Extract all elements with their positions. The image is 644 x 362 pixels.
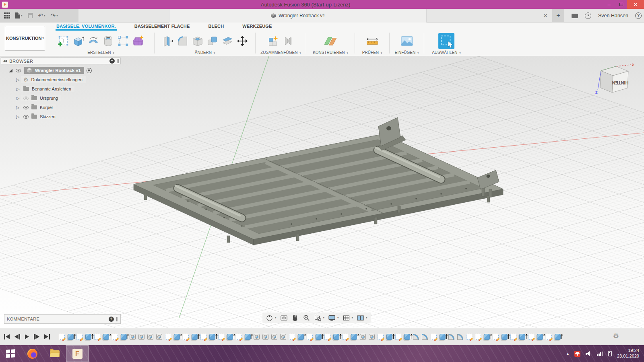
comments-panel[interactable]: KOMMENTARE +	[4, 314, 121, 324]
hole-feature[interactable]	[271, 334, 277, 340]
hole-feature[interactable]	[147, 334, 153, 340]
sketch-feature[interactable]	[236, 334, 242, 340]
extrude-feature[interactable]	[192, 334, 198, 340]
minimize-button[interactable]: –	[603, 0, 615, 9]
hole-feature[interactable]	[369, 334, 375, 340]
expand-closed-icon[interactable]: ▷	[16, 114, 21, 119]
pan-button[interactable]	[291, 314, 299, 322]
user-name[interactable]: Sven Hansen	[598, 13, 628, 19]
extrude-feature[interactable]	[440, 334, 446, 340]
hidden-icons-arrow[interactable]: ▲	[566, 352, 570, 356]
network-signal-icon[interactable]	[597, 352, 603, 356]
sketch-feature[interactable]	[218, 334, 224, 340]
expand-closed-icon[interactable]: ▷	[16, 105, 21, 110]
step-back-button[interactable]	[14, 334, 20, 339]
erstellen-label[interactable]: ERSTELLEN ▾	[87, 50, 114, 55]
move-icon[interactable]	[235, 34, 249, 48]
hole-feature[interactable]	[280, 334, 286, 340]
form-icon[interactable]	[131, 34, 145, 48]
sketch-feature[interactable]	[466, 334, 472, 340]
viewports-button[interactable]: ▾	[357, 314, 367, 322]
hole-feature[interactable]	[360, 334, 366, 340]
tab-basiselement-flaeche[interactable]: BASISELEMENT FLÄCHE	[134, 23, 191, 29]
tab-werkzeuge[interactable]: WERKZEUGE	[242, 23, 272, 29]
split-body-icon[interactable]	[221, 34, 234, 48]
auswaehlen-label[interactable]: AUSWÄHLEN ▾	[432, 50, 461, 55]
browser-item-koerper[interactable]: ▷ Körper	[1, 104, 121, 111]
close-button[interactable]: ✕	[627, 0, 644, 9]
extrude-feature[interactable]	[404, 334, 410, 340]
extrude-feature[interactable]	[351, 334, 357, 340]
extrude-feature[interactable]	[227, 334, 233, 340]
extrude-feature[interactable]	[121, 334, 127, 340]
feedback-bubble-icon[interactable]	[572, 14, 578, 18]
go-to-start-button[interactable]	[4, 334, 10, 339]
sketch-feature[interactable]	[528, 334, 534, 340]
browser-root-row[interactable]: Wrangler Roofrack v1	[1, 67, 121, 74]
redo-button[interactable]: ↷▾	[51, 12, 58, 19]
file-menu-button[interactable]: ▾	[15, 12, 23, 19]
extrude-feature[interactable]	[537, 334, 543, 340]
hole-feature[interactable]	[138, 334, 144, 340]
view-cube[interactable]: HINTEN X Z	[591, 60, 634, 99]
measure-icon[interactable]	[365, 34, 379, 48]
extrude-feature[interactable]	[298, 334, 304, 340]
titlebar[interactable]: F Autodesk Fusion 360 (Start-up-Lizenz) …	[0, 0, 644, 9]
extrude-icon[interactable]	[72, 34, 85, 48]
app-grid-icon[interactable]	[4, 12, 10, 19]
expand-closed-icon[interactable]: ▷	[16, 86, 21, 92]
browser-grip-icon[interactable]	[117, 59, 119, 63]
taskbar-firefox[interactable]	[21, 345, 43, 362]
new-component-icon[interactable]	[266, 34, 280, 48]
sketch-feature[interactable]	[546, 334, 552, 340]
extrude-feature[interactable]	[209, 334, 215, 340]
sketch-feature[interactable]	[94, 334, 100, 340]
zusammenfuegen-label[interactable]: ZUSAMMENFÜGEN ▾	[260, 50, 301, 55]
revolve-icon[interactable]	[87, 34, 100, 48]
extrude-feature[interactable]	[519, 334, 525, 340]
display-settings-button[interactable]: ▾	[328, 314, 339, 322]
sketch-feature[interactable]	[510, 334, 516, 340]
sketch-feature[interactable]	[200, 334, 206, 340]
comments-grip-icon[interactable]	[116, 317, 118, 321]
extrude-feature[interactable]	[68, 334, 74, 340]
document-tab[interactable]: Wrangler Roofrack v1	[169, 9, 427, 23]
fillet-feature[interactable]	[413, 334, 419, 340]
new-tab-button[interactable]: +	[552, 9, 564, 23]
visibility-eye-off-icon[interactable]	[23, 97, 29, 100]
construction-plane-icon[interactable]	[324, 34, 337, 48]
tab-basiselement-volumenkoerper[interactable]: BASISELE. VOLUMENKÖR.	[56, 23, 117, 31]
visibility-eye-icon[interactable]	[16, 69, 21, 72]
select-icon[interactable]	[438, 32, 455, 50]
taskbar-fusion360[interactable]: F	[66, 345, 89, 362]
einfuegen-label[interactable]: EINFÜGEN ▾	[395, 50, 419, 55]
konstruieren-label[interactable]: KONSTRUIEREN ▾	[313, 50, 348, 55]
sketch-feature[interactable]	[493, 334, 499, 340]
extrude-feature[interactable]	[386, 334, 392, 340]
browser-item-benannte-ansichten[interactable]: ▷ Benannte Ansichten	[1, 86, 121, 92]
browser-item-dokumenteneinstellungen[interactable]: ▷ ⚙Dokumenteneinstellungen	[1, 76, 121, 83]
add-comment-icon[interactable]: +	[109, 317, 114, 322]
extrude-feature[interactable]	[174, 334, 180, 340]
hole-feature[interactable]	[156, 334, 162, 340]
expand-closed-icon[interactable]: ▷	[16, 77, 21, 82]
fillet-icon[interactable]	[176, 34, 190, 48]
collapse-browser-icon[interactable]: ◀◀	[3, 59, 6, 63]
sketch-feature[interactable]	[165, 334, 171, 340]
hole-feature[interactable]	[254, 334, 260, 340]
create-sketch-icon[interactable]	[57, 34, 70, 48]
sketch-feature[interactable]	[475, 334, 481, 340]
step-forward-button[interactable]	[34, 334, 39, 339]
start-button[interactable]	[0, 345, 21, 362]
removable-device-icon[interactable]	[608, 351, 612, 356]
orbit-button[interactable]: ▾	[266, 314, 277, 322]
activate-component-icon[interactable]	[87, 68, 92, 73]
sketch-feature[interactable]	[76, 334, 83, 340]
fillet-feature[interactable]	[457, 334, 463, 340]
timeline-settings-gear-icon[interactable]: ⚙	[613, 333, 619, 339]
sketch-feature[interactable]	[431, 334, 437, 340]
sketch-feature[interactable]	[342, 334, 348, 340]
fillet-feature[interactable]	[448, 334, 454, 340]
extrude-feature[interactable]	[103, 334, 109, 340]
shell-icon[interactable]	[191, 34, 204, 48]
